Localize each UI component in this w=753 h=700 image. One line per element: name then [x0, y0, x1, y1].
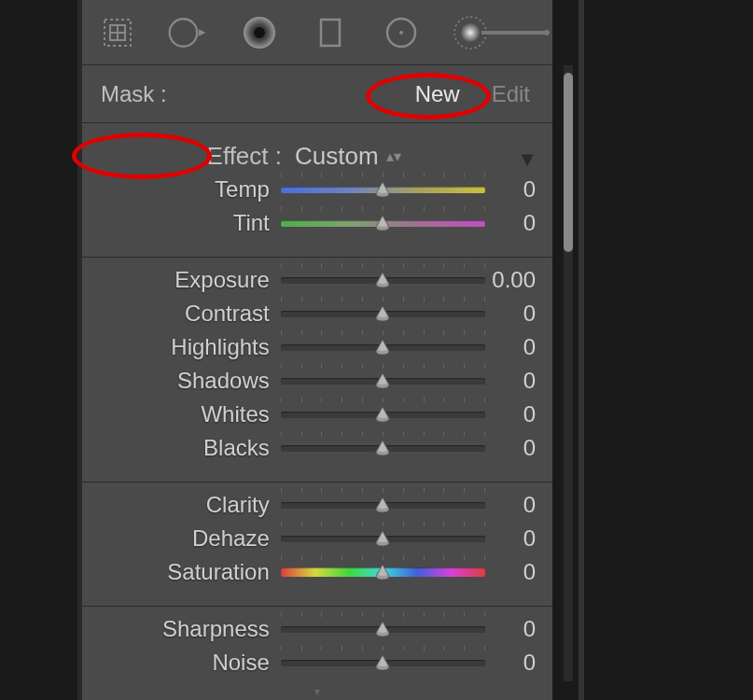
slider-row-tint: Tint 0 [82, 206, 552, 240]
slider-row-whites: Whites 0 [82, 398, 552, 431]
rect-select-icon[interactable] [308, 10, 353, 55]
slider-label: Tint [82, 210, 281, 236]
panel-resize-notch[interactable]: ▾ [314, 685, 320, 698]
slider-knob-icon[interactable] [373, 338, 392, 357]
slider-row-contrast: Contrast 0 [82, 297, 552, 330]
slider-knob-icon[interactable] [373, 371, 392, 390]
slider-label: Dehaze [82, 525, 281, 552]
slider-knob-icon[interactable] [373, 496, 392, 514]
slider-highlights[interactable] [281, 336, 485, 358]
svg-point-9 [399, 31, 403, 35]
svg-point-13 [544, 30, 550, 35]
slider-label: Shadows [82, 368, 281, 394]
svg-point-4 [170, 19, 198, 47]
slider-label: Exposure [82, 267, 281, 293]
slider-saturation[interactable] [281, 561, 485, 583]
slider-knob-icon[interactable] [373, 304, 392, 323]
slider-label: Highlights [82, 334, 281, 360]
slider-row-temp: Temp 0 [82, 173, 552, 206]
slider-value[interactable]: 0 [485, 176, 552, 203]
slider-value[interactable]: 0.00 [485, 267, 552, 293]
slider-value[interactable]: 0 [485, 301, 552, 327]
slider-tint[interactable] [281, 212, 485, 234]
slider-dehaze[interactable] [281, 527, 485, 550]
radial-circle-icon[interactable] [166, 10, 211, 55]
tool-toolbar [82, 0, 552, 65]
slider-knob-icon[interactable] [373, 529, 392, 548]
radial-filled-icon[interactable] [237, 10, 282, 55]
slider-knob-icon[interactable] [373, 405, 392, 424]
edit-mask-button[interactable]: Edit [484, 77, 537, 111]
slider-knob-icon[interactable] [373, 271, 392, 289]
slider-label: Saturation [82, 559, 281, 585]
slider-row-dehaze: Dehaze 0 [82, 522, 552, 555]
slider-value[interactable]: 0 [485, 616, 552, 642]
slider-section: Effect : Custom ▴▾ ▼ Temp 0 Tint 0 [82, 123, 552, 258]
slider-label: Sharpness [82, 616, 281, 642]
slider-value[interactable]: 0 [485, 650, 552, 676]
slider-value[interactable]: 0 [485, 435, 552, 461]
disclosure-triangle-icon[interactable]: ▼ [517, 147, 537, 172]
slider-knob-icon[interactable] [373, 620, 392, 638]
slider-noise[interactable] [281, 651, 485, 674]
crop-grid-icon[interactable] [95, 10, 140, 55]
slider-value[interactable]: 0 [485, 334, 552, 360]
slider-value[interactable]: 0 [485, 401, 552, 427]
slider-clarity[interactable] [281, 494, 485, 516]
updown-icon: ▴▾ [386, 147, 401, 165]
svg-point-11 [460, 22, 481, 43]
slider-label: Whites [82, 401, 281, 427]
slider-row-clarity: Clarity 0 [82, 488, 552, 522]
scrollbar-thumb[interactable] [564, 73, 573, 252]
panel-right-divider [579, 0, 584, 700]
slider-label: Clarity [82, 492, 281, 518]
slider-sharpness[interactable] [281, 618, 485, 640]
slider-row-shadows: Shadows 0 [82, 364, 552, 398]
slider-exposure[interactable] [281, 269, 485, 291]
slider-value[interactable]: 0 [485, 525, 552, 552]
slider-row-sharpness: Sharpness 0 [82, 612, 552, 646]
effect-value-text: Custom [295, 142, 379, 171]
circle-point-icon[interactable] [379, 10, 424, 55]
slider-row-exposure: Exposure 0.00 [82, 263, 552, 297]
mask-label: Mask : [101, 81, 167, 107]
slider-knob-icon[interactable] [373, 563, 392, 581]
slider-value[interactable]: 0 [485, 559, 552, 585]
slider-label: Blacks [82, 435, 281, 461]
slider-section: Exposure 0.00 Contrast 0 Highlights 0 Sh… [82, 258, 552, 483]
slider-value[interactable]: 0 [485, 492, 552, 518]
slider-label: Temp [82, 176, 281, 203]
slider-blacks[interactable] [281, 437, 485, 459]
slider-row-blacks: Blacks 0 [82, 431, 552, 465]
slider-label: Noise [82, 650, 281, 676]
slider-value[interactable]: 0 [485, 368, 552, 394]
slider-knob-icon[interactable] [373, 653, 392, 672]
slider-knob-icon[interactable] [373, 180, 392, 199]
slider-label: Contrast [82, 301, 281, 327]
slider-value[interactable]: 0 [485, 210, 552, 236]
slider-row-highlights: Highlights 0 [82, 330, 552, 364]
effect-dropdown[interactable]: Custom ▴▾ [295, 142, 401, 171]
effect-label: Effect : [101, 142, 295, 171]
mask-row: Mask : New Edit [82, 65, 552, 123]
adjustment-panel: Mask : New Edit Effect : Custom ▴▾ ▼ Tem… [82, 0, 552, 700]
slider-knob-icon[interactable] [373, 439, 392, 457]
new-mask-button[interactable]: New [408, 77, 467, 111]
slider-contrast[interactable] [281, 302, 485, 325]
brush-range-icon[interactable] [450, 10, 552, 55]
effect-row: Effect : Custom ▴▾ ▼ [82, 129, 552, 173]
slider-whites[interactable] [281, 403, 485, 426]
slider-knob-icon[interactable] [373, 214, 392, 232]
svg-rect-7 [321, 20, 340, 46]
svg-point-6 [254, 27, 265, 38]
slider-shadows[interactable] [281, 370, 485, 392]
slider-row-noise: Noise 0 [82, 646, 552, 679]
slider-section: Clarity 0 Dehaze 0 Saturation 0 [82, 483, 552, 607]
slider-temp[interactable] [281, 178, 485, 201]
slider-row-saturation: Saturation 0 [82, 555, 552, 589]
